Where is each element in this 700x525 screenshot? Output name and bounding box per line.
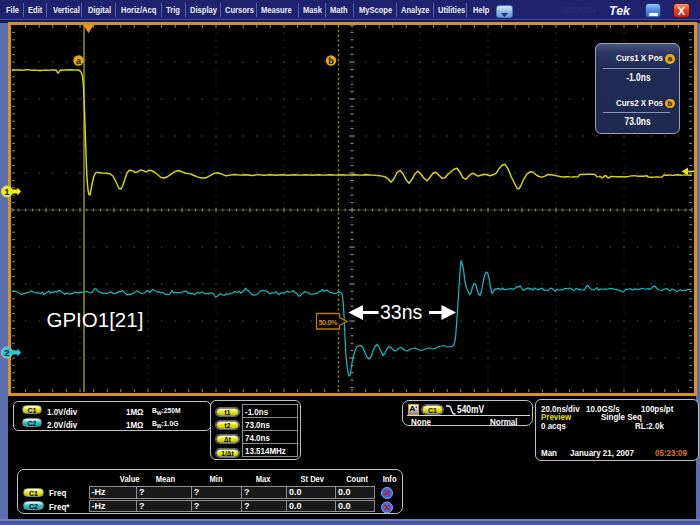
svg-text:1: 1 xyxy=(4,186,10,197)
svg-text:b: b xyxy=(328,56,334,66)
svg-text:50.0%: 50.0% xyxy=(319,318,338,327)
svg-text:GPIO1[21]: GPIO1[21] xyxy=(47,308,144,331)
svg-text:2: 2 xyxy=(4,347,9,358)
svg-text:33ns: 33ns xyxy=(380,301,423,323)
